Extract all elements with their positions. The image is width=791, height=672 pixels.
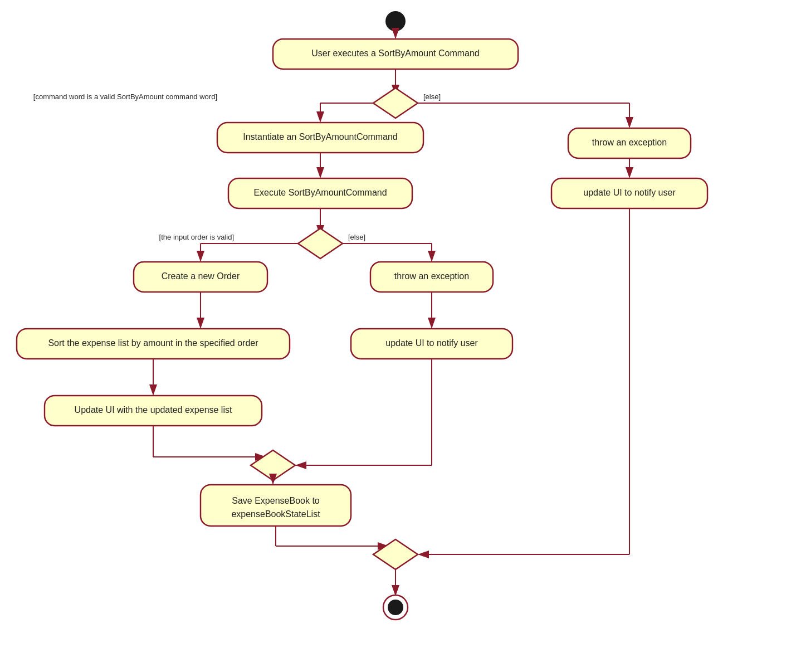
decision4-diamond — [373, 539, 418, 569]
decision1-diamond — [373, 88, 418, 118]
start-node — [385, 11, 406, 31]
throw2-label: throw an exception — [394, 271, 469, 281]
guard1-left-text: [command word is a valid SortByAmount co… — [33, 92, 217, 101]
decision2-diamond — [298, 228, 343, 259]
save-label-line2: expenseBookStateList — [231, 509, 320, 519]
decision3-diamond — [251, 450, 295, 480]
throw1-label: throw an exception — [592, 138, 667, 147]
update-ui1-label: update UI to notify user — [583, 188, 676, 197]
guard2-right-text: [else] — [348, 233, 365, 241]
create-order-label: Create a new Order — [162, 271, 240, 281]
sort-label: Sort the expense list by amount in the s… — [48, 338, 258, 348]
end-inner-circle — [388, 600, 403, 615]
guard2-left-text: [the input order is valid] — [159, 233, 234, 241]
execute-label: Execute SortByAmountCommand — [253, 188, 387, 197]
guard1-right-text: [else] — [423, 92, 441, 101]
instantiate-label: Instantiate an SortByAmountCommand — [243, 132, 397, 142]
user-executes-label: User executes a SortByAmount Command — [311, 48, 479, 58]
update-ui3-label: Update UI with the updated expense list — [75, 405, 232, 415]
save-label-line1: Save ExpenseBook to — [232, 496, 320, 505]
update-ui2-label: update UI to notify user — [385, 338, 478, 348]
diagram-container: User executes a SortByAmount Command [co… — [0, 0, 791, 672]
